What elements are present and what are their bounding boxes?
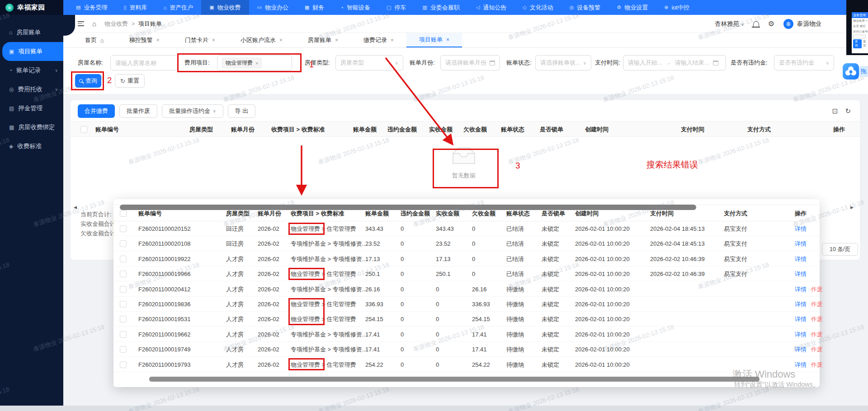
user-avatar[interactable]: 泰 xyxy=(783,19,793,29)
sidebar-item-1[interactable]: ▣项目账单 xyxy=(2,42,63,61)
notification-bell-icon[interactable] xyxy=(753,21,759,27)
void-link[interactable]: 作废 xyxy=(811,316,823,322)
cell-house-type: 回迁房 xyxy=(226,236,244,251)
topnav-item-12[interactable]: ⚙物业设置 xyxy=(609,0,656,15)
refresh-icon[interactable]: ↻ xyxy=(845,107,851,115)
horizontal-scrollbar[interactable] xyxy=(120,205,696,210)
row-checkbox[interactable] xyxy=(120,271,127,277)
tab-2[interactable]: 门禁卡片× xyxy=(172,33,228,47)
void-link[interactable]: 作废 xyxy=(811,346,823,353)
topnav-item-3[interactable]: ▣物业收费 xyxy=(201,0,249,15)
topnav-item-6[interactable]: ◔智能设备 xyxy=(332,0,378,15)
cloud-drag-handle[interactable]: 拖 xyxy=(859,66,868,77)
topnav-item-8[interactable]: ▥业委会履职 xyxy=(414,0,467,15)
sidebar-item-5[interactable]: ▦房屋收费绑定 xyxy=(0,118,63,137)
row-checkbox[interactable] xyxy=(120,256,127,262)
topnav-item-10[interactable]: ◇文化活动 xyxy=(514,0,561,15)
cell-bill-amount: 343.43 xyxy=(365,221,383,236)
cell-bill-amount: 250.1 xyxy=(365,266,380,281)
topnav-item-13[interactable]: ⊕iot中控 xyxy=(656,0,698,15)
topnav-item-4[interactable]: ▭物业办公 xyxy=(249,0,297,15)
fee-standard-name: 住宅管理费 xyxy=(327,316,356,322)
penalty-select[interactable]: 是否有违约金∨ xyxy=(774,55,834,70)
void-link[interactable]: 作废 xyxy=(811,286,823,293)
topnav-item-7[interactable]: ▢停车 xyxy=(378,0,414,15)
community-selector[interactable]: 杏林雅苑∨ xyxy=(715,20,744,28)
house-name-input[interactable] xyxy=(110,55,178,70)
tab-0[interactable]: 首页⌂ xyxy=(72,33,117,47)
select-all-checkbox[interactable] xyxy=(120,210,127,217)
void-link[interactable]: 作废 xyxy=(811,361,823,368)
fullscreen-icon[interactable]: ⊡ xyxy=(832,107,838,115)
detail-link[interactable]: 详情 xyxy=(795,286,807,293)
detail-link[interactable]: 详情 xyxy=(795,271,807,277)
topnav-item-11[interactable]: ◎设备预警 xyxy=(561,0,609,15)
tab-close-icon[interactable]: × xyxy=(212,37,215,43)
reset-button[interactable]: ↻重置 xyxy=(115,74,145,88)
detail-link[interactable]: 详情 xyxy=(795,316,807,322)
pay-time-range-input[interactable]: 请输入开始... → 请输入结束... xyxy=(623,55,726,70)
cloud-drag-widget[interactable] xyxy=(843,63,859,79)
topnav-item-1[interactable]: ▯资料库 xyxy=(115,0,155,15)
tab-close-icon[interactable]: × xyxy=(391,37,394,43)
row-checkbox[interactable] xyxy=(120,361,127,368)
sidebar-item-0[interactable]: ⌂房屋账单 xyxy=(0,23,63,42)
topnav-item-5[interactable]: ▦财务 xyxy=(297,0,332,15)
batch-penalty-button[interactable]: 批量操作违约金∨ xyxy=(162,104,223,118)
cell-received-amount: 0 xyxy=(436,297,439,312)
topnav-item-0[interactable]: ▤业务受理 xyxy=(68,0,115,15)
export-button[interactable]: 导 出 xyxy=(228,104,256,118)
scroll-left-icon[interactable]: ◀ xyxy=(74,205,77,210)
sidebar-item-4[interactable]: ▤押金管理 xyxy=(0,99,63,118)
bill-status-select[interactable]: 请选择账单状...∨ xyxy=(535,55,591,70)
batch-void-button[interactable]: 批量作废 xyxy=(119,104,157,118)
home-icon[interactable]: ⌂ xyxy=(92,20,96,28)
detail-link[interactable]: 详情 xyxy=(795,301,807,308)
detail-link[interactable]: 详情 xyxy=(795,331,807,338)
tab-close-icon[interactable]: × xyxy=(335,37,338,43)
sidebar-item-6[interactable]: ◈收费标准 xyxy=(0,137,63,156)
search-button[interactable]: 查询 xyxy=(75,74,101,88)
topnav-item-2[interactable]: ⌂资产住户 xyxy=(155,0,201,15)
detail-link[interactable]: 详情 xyxy=(795,256,807,262)
void-link[interactable]: 作废 xyxy=(811,331,823,338)
tab-4[interactable]: 房屋账单× xyxy=(295,33,351,47)
detail-link[interactable]: 详情 xyxy=(795,225,807,232)
row-checkbox[interactable] xyxy=(120,225,127,232)
mini-preview-window[interactable]: 业务受理 物业收费 > 首页 梯控 支付订单号: 查询 重置 xyxy=(846,0,868,55)
company-name[interactable]: 泰源物业 xyxy=(797,20,821,28)
sidebar-item-2[interactable]: ◔账单记录∨ xyxy=(0,61,63,80)
tab-1[interactable]: 梯控预警× xyxy=(117,33,172,47)
detail-link[interactable]: 详情 xyxy=(795,240,807,247)
void-link[interactable]: 作废 xyxy=(811,301,823,308)
row-checkbox[interactable] xyxy=(120,346,127,353)
fee-item-input[interactable]: 物业管理费× xyxy=(217,55,292,70)
house-type-select[interactable]: 房屋类型∨ xyxy=(335,55,403,70)
sidebar-item-3[interactable]: ◎费用托收∨ xyxy=(0,80,63,99)
detail-link[interactable]: 详情 xyxy=(795,346,807,353)
sidebar-collapse-icon[interactable] xyxy=(78,21,84,26)
cell-received-amount: 0 xyxy=(436,342,439,357)
select-all-checkbox[interactable] xyxy=(80,126,87,133)
tab-6[interactable]: 项目账单× xyxy=(406,33,462,47)
page-size-select[interactable]: 10 条/页 xyxy=(822,243,858,256)
bill-month-input[interactable]: 请选择账单月份 xyxy=(440,55,500,70)
tag-close-icon[interactable]: × xyxy=(255,61,258,66)
row-checkbox[interactable] xyxy=(120,240,127,247)
row-checkbox[interactable] xyxy=(120,331,127,338)
tab-close-icon[interactable]: × xyxy=(156,37,160,43)
row-checkbox[interactable] xyxy=(120,286,127,293)
tab-close-icon[interactable]: × xyxy=(446,37,449,43)
detail-link[interactable]: 详情 xyxy=(795,361,807,368)
tab-3[interactable]: 小区账户流水× xyxy=(228,33,295,47)
scroll-right-icon[interactable]: ▶ xyxy=(850,205,854,210)
row-checkbox[interactable] xyxy=(120,316,127,322)
merge-pay-button[interactable]: 合并缴费 xyxy=(78,104,115,118)
tab-5[interactable]: 缴费记录× xyxy=(351,33,406,47)
column-header-1: 房屋类型 xyxy=(189,121,213,137)
overlay-horizontal-scrollbar[interactable] xyxy=(149,377,760,382)
row-checkbox[interactable] xyxy=(120,301,127,308)
topnav-item-9[interactable]: ◁通知公告 xyxy=(468,0,514,15)
settings-gear-icon[interactable]: ⚙ xyxy=(768,19,774,28)
tab-close-icon[interactable]: × xyxy=(279,37,283,43)
